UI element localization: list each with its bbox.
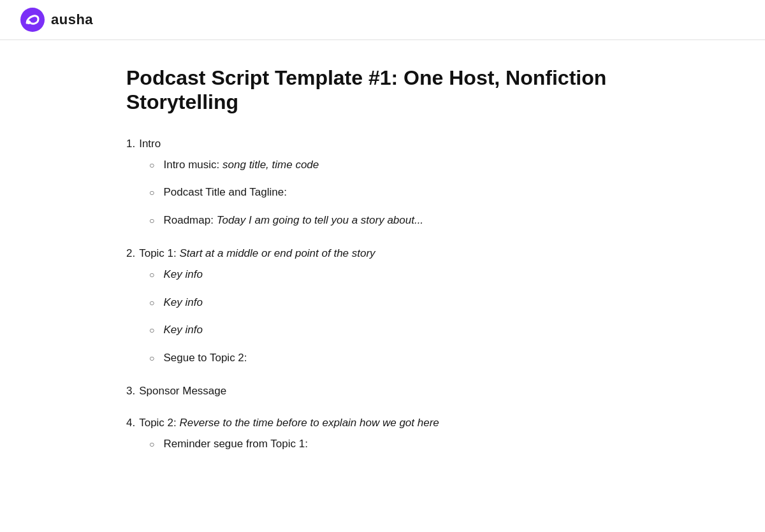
sections-list: 1. Intro Intro music: song title, time c… xyxy=(126,138,639,452)
main-content: Podcast Script Template #1: One Host, No… xyxy=(96,40,669,497)
section-1-number: 1. xyxy=(126,138,135,150)
bullet-2-1: Key info xyxy=(149,266,639,283)
section-1: 1. Intro Intro music: song title, time c… xyxy=(126,138,639,229)
svg-point-1 xyxy=(27,20,31,24)
section-2-label: 2. Topic 1: Start at a middle or end poi… xyxy=(126,247,639,260)
bullet-1-1-text: Intro music: song title, time code xyxy=(163,157,319,173)
bullet-4-1-text: Reminder segue from Topic 1: xyxy=(163,436,307,452)
section-1-title: Intro xyxy=(139,138,161,150)
bullet-2-4-text: Segue to Topic 2: xyxy=(163,350,247,366)
section-2: 2. Topic 1: Start at a middle or end poi… xyxy=(126,247,639,366)
section-3-label: 3. Sponsor Message xyxy=(126,385,639,398)
section-3-title: Sponsor Message xyxy=(139,385,226,398)
section-3: 3. Sponsor Message xyxy=(126,385,639,398)
section-2-bullets: Key info Key info Key info Segue to Topi… xyxy=(126,266,639,366)
section-4: 4. Topic 2: Reverse to the time before t… xyxy=(126,417,639,452)
section-3-number: 3. xyxy=(126,385,135,398)
bullet-2-3: Key info xyxy=(149,322,639,338)
section-4-italic-title: Reverse to the time before to explain ho… xyxy=(180,417,439,429)
bullet-1-1: Intro music: song title, time code xyxy=(149,157,639,173)
bullet-1-1-italic: song title, time code xyxy=(222,159,319,171)
bullet-1-3: Roadmap: Today I am going to tell you a … xyxy=(149,212,639,229)
bullet-2-2-italic: Key info xyxy=(163,294,202,311)
bullet-2-3-italic: Key info xyxy=(163,322,202,338)
section-4-bullets: Reminder segue from Topic 1: xyxy=(126,436,639,452)
section-4-title: Topic 2: Reverse to the time before to e… xyxy=(139,417,439,429)
section-1-label: 1. Intro xyxy=(126,138,639,150)
bullet-1-3-text: Roadmap: Today I am going to tell you a … xyxy=(163,212,423,229)
bullet-2-2: Key info xyxy=(149,294,639,311)
bullet-2-4: Segue to Topic 2: xyxy=(149,350,639,366)
svg-point-0 xyxy=(20,8,45,32)
logo: ausha xyxy=(20,8,93,32)
section-4-label: 4. Topic 2: Reverse to the time before t… xyxy=(126,417,639,429)
bullet-1-2: Podcast Title and Tagline: xyxy=(149,184,639,201)
bullet-1-3-italic: Today I am going to tell you a story abo… xyxy=(217,214,423,226)
ausha-logo-icon xyxy=(20,8,45,32)
logo-text: ausha xyxy=(51,11,93,28)
section-2-title: Topic 1: Start at a middle or end point … xyxy=(139,247,375,260)
section-2-number: 2. xyxy=(126,247,135,260)
navbar: ausha xyxy=(0,0,765,40)
page-title: Podcast Script Template #1: One Host, No… xyxy=(126,66,639,115)
section-2-italic-title: Start at a middle or end point of the st… xyxy=(180,247,375,259)
section-1-bullets: Intro music: song title, time code Podca… xyxy=(126,157,639,229)
bullet-4-1: Reminder segue from Topic 1: xyxy=(149,436,639,452)
bullet-1-2-text: Podcast Title and Tagline: xyxy=(163,184,286,201)
section-4-number: 4. xyxy=(126,417,135,429)
bullet-2-1-italic: Key info xyxy=(163,266,202,283)
